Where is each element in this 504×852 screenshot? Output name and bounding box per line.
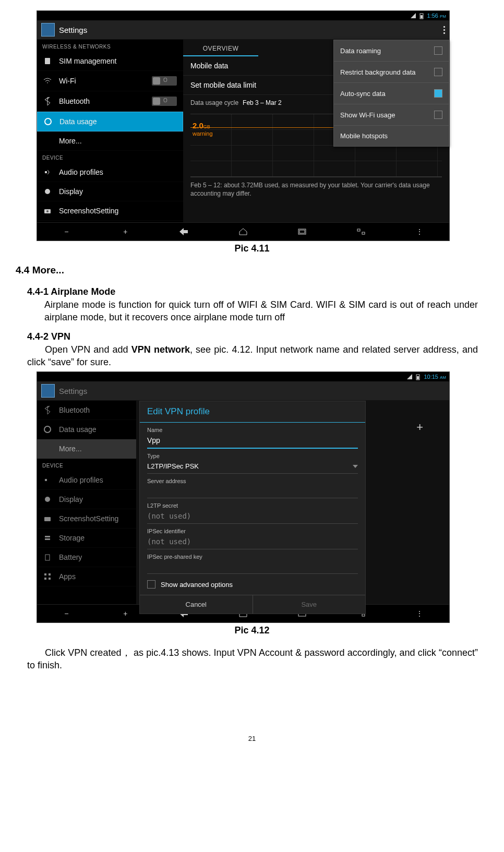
sidebar-section-label: DEVICE: [37, 151, 183, 163]
nav-menu-dots-icon[interactable]: ⋮: [413, 225, 426, 238]
appbar-title: Settings: [59, 387, 87, 395]
data-usage-icon: [44, 117, 52, 126]
warning-label: 2.0GB warning: [193, 122, 213, 137]
dialog-title: Edit VPN profile: [140, 401, 365, 423]
audio-icon: [43, 476, 52, 484]
nav-screenshot-icon[interactable]: [355, 225, 367, 238]
status-bar: 1:56 PM: [37, 11, 449, 20]
sidebar-section-label: WIRELESS & NETWORKS: [37, 40, 183, 52]
sidebar-item-audio[interactable]: Audio profiles: [37, 163, 183, 182]
camera-icon: [43, 207, 52, 215]
menu-item-roaming[interactable]: Data roaming: [334, 40, 449, 62]
menu-item-autosync[interactable]: Auto-sync data: [334, 83, 449, 104]
tab-overview[interactable]: OVERVIEW: [183, 40, 258, 56]
svg-rect-25: [44, 578, 46, 580]
svg-rect-20: [45, 536, 50, 537]
sim-icon: [43, 57, 52, 65]
sidebar-item-bluetooth[interactable]: Bluetooth O: [37, 91, 183, 112]
nav-back-icon[interactable]: [178, 225, 190, 238]
input-l2tp-secret[interactable]: (not used): [147, 510, 358, 524]
content-area: + Edit VPN profile Name Vpp Type L2TP/IP…: [136, 401, 449, 604]
wifi-toggle[interactable]: O: [152, 76, 177, 86]
sidebar-item-screenshot[interactable]: ScreenshotSetting: [37, 509, 136, 529]
nav-vol-down-icon[interactable]: −: [60, 607, 73, 620]
overflow-menu: Data roaming Restrict background data Au…: [333, 40, 449, 147]
checkbox-advanced[interactable]: Show advanced options: [140, 574, 365, 595]
sidebar-item-screenshot[interactable]: ScreenshotSetting: [37, 201, 183, 221]
nav-vol-up-icon[interactable]: +: [119, 225, 131, 238]
menu-item-restrict[interactable]: Restrict background data: [334, 62, 449, 83]
apps-icon: [43, 572, 52, 581]
input-vpn-name[interactable]: Vpp: [147, 434, 358, 449]
sidebar-item-bluetooth[interactable]: Bluetooth: [37, 401, 136, 420]
field-label-ipsec-id: IPSec identifier: [140, 524, 365, 535]
settings-icon: [41, 23, 55, 37]
sidebar-item-display[interactable]: Display: [37, 490, 136, 509]
sidebar-item-wifi[interactable]: Wi-Fi O: [37, 71, 183, 91]
appbar-title: Settings: [59, 26, 87, 34]
sidebar-item-data-usage[interactable]: Data usage: [37, 112, 183, 131]
bluetooth-toggle[interactable]: O: [152, 97, 177, 106]
svg-rect-17: [45, 479, 47, 481]
battery-icon: [415, 374, 421, 379]
cancel-button[interactable]: Cancel: [140, 595, 253, 614]
sidebar-item-sim[interactable]: SIM management: [37, 52, 183, 71]
sidebar-item-apps[interactable]: Apps: [37, 567, 136, 586]
menu-item-wifi-usage[interactable]: Show Wi-Fi usage: [334, 104, 449, 126]
field-label-name: Name: [140, 423, 365, 434]
chevron-down-icon: [353, 465, 358, 468]
svg-point-18: [45, 497, 50, 502]
menu-item-hotspots[interactable]: Mobile hotspots: [334, 126, 449, 146]
sidebar-item-data-usage[interactable]: Data usage: [37, 420, 136, 439]
field-label-server: Server address: [140, 474, 365, 485]
svg-rect-21: [45, 538, 50, 540]
heading-more: 4.4 More...: [16, 265, 488, 276]
sidebar-item-battery[interactable]: Battery: [37, 548, 136, 567]
battery-icon: [43, 553, 52, 561]
dialog-edit-vpn: Edit VPN profile Name Vpp Type L2TP/IPSe…: [139, 401, 366, 614]
input-ipsec-id[interactable]: (not used): [147, 535, 358, 549]
figure-caption: Pic 4.12: [16, 625, 488, 636]
sidebar-item-more[interactable]: More...: [37, 439, 136, 459]
sidebar-item-audio[interactable]: Audio profiles: [37, 471, 136, 490]
svg-rect-26: [49, 578, 51, 580]
add-vpn-button[interactable]: +: [416, 421, 423, 434]
nav-vol-up-icon[interactable]: +: [119, 607, 131, 620]
storage-icon: [43, 534, 52, 542]
nav-menu-dots-icon[interactable]: ⋮: [413, 607, 426, 620]
nav-vol-down-icon[interactable]: −: [60, 225, 73, 238]
sidebar: WIRELESS & NETWORKS SIM management Wi-Fi…: [37, 40, 183, 222]
nav-home-icon[interactable]: [237, 225, 249, 238]
nav-bar: − + ⋮: [37, 222, 449, 241]
status-clock: 10:15 AM: [424, 374, 446, 380]
checkbox-icon[interactable]: [434, 46, 442, 55]
svg-rect-12: [362, 232, 365, 234]
checkbox-icon[interactable]: [434, 111, 442, 119]
sidebar-item-more[interactable]: More...: [37, 131, 183, 151]
input-server-address[interactable]: [147, 485, 358, 498]
svg-point-4: [45, 118, 51, 125]
sidebar-item-display[interactable]: Display: [37, 182, 183, 201]
battery-icon: [419, 13, 424, 18]
svg-marker-0: [411, 13, 416, 18]
wifi-icon: [43, 77, 52, 85]
checkbox-icon[interactable]: [434, 68, 442, 76]
svg-point-8: [46, 210, 49, 212]
sidebar-item-storage[interactable]: Storage: [37, 529, 136, 548]
screenshot-data-usage: 1:56 PM Settings WIRELESS & NETWORKS SIM…: [37, 10, 450, 241]
save-button[interactable]: Save: [253, 595, 366, 614]
page-number: 21: [16, 735, 488, 742]
input-ipsec-key[interactable]: [147, 561, 358, 574]
content-area: OVERVIEW Mobile data Set mobile data lim…: [183, 40, 449, 222]
app-bar: Settings: [37, 20, 449, 40]
nav-recent-icon[interactable]: [296, 225, 308, 238]
svg-rect-29: [362, 614, 365, 616]
bluetooth-icon: [43, 97, 52, 105]
sidebar: Bluetooth Data usage More... DEVICE Audi…: [37, 401, 136, 604]
camera-icon: [43, 514, 52, 523]
overflow-menu-button[interactable]: [443, 26, 445, 34]
select-vpn-type[interactable]: L2TP/IPSec PSK: [147, 460, 358, 474]
checkbox-icon: [147, 580, 155, 589]
status-bar: 10:15 AM: [37, 372, 449, 381]
checkbox-checked-icon[interactable]: [434, 89, 442, 98]
